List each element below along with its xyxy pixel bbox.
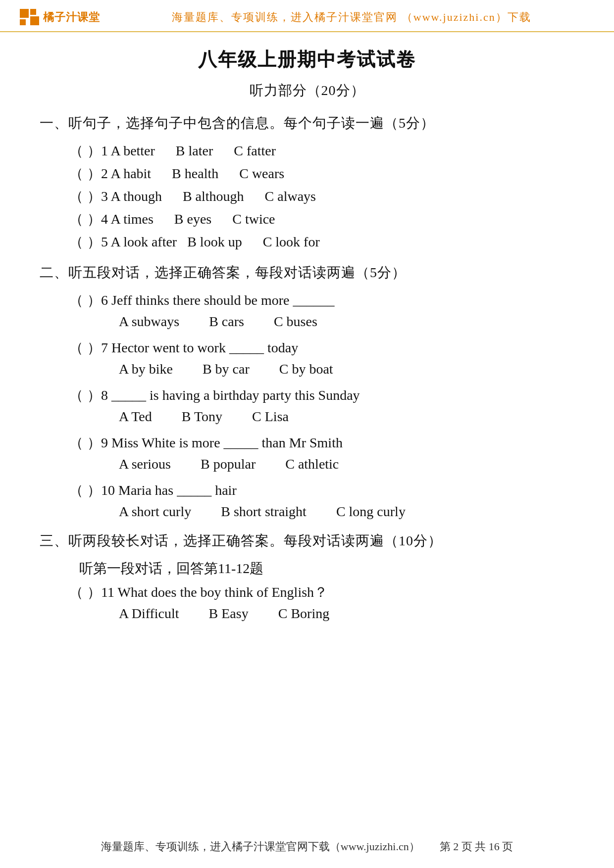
- question-block-3: （ ）3 A though B although C always: [40, 187, 574, 206]
- question-row-10: （ ）10 Maria has _____ hair: [40, 481, 574, 500]
- exam-title-suffix: 期中考试试卷: [297, 49, 416, 70]
- question-row-1: （ ）1 A better B later C fatter: [40, 142, 574, 160]
- q7-choice-a: A by bike: [119, 361, 173, 377]
- question-row-5: （ ）5 A look after B look up C look for: [40, 233, 574, 251]
- q7-text: ）7 Hector went to work _____ today: [87, 338, 574, 357]
- question-block-9: （ ）9 Miss White is more _____ than Mr Sm…: [40, 434, 574, 472]
- choices-row-7: A by bike B by car C by boat: [40, 361, 574, 377]
- paren-11: （: [69, 583, 85, 602]
- logo-area: 橘子汁课堂: [20, 9, 109, 25]
- q11-choice-c: C Boring: [278, 606, 329, 622]
- header-slogan: 海量题库、专项训练，进入橘子汁课堂官网 （www.juzizhi.cn）下载: [109, 10, 594, 25]
- page-footer: 海量题库、专项训练，进入橘子汁课堂官网下载（www.juzizhi.cn） 第 …: [0, 839, 614, 854]
- question-block-1: （ ）1 A better B later C fatter: [40, 142, 574, 160]
- question-block-8: （ ）8 _____ is having a birthday party th…: [40, 386, 574, 425]
- q7-choice-b: B by car: [203, 361, 250, 377]
- exam-title-prefix: 八年级上册: [198, 49, 297, 70]
- choices-row-9: A serious B popular C athletic: [40, 456, 574, 472]
- q2-text: ）2 A habit B health C wears: [87, 164, 574, 183]
- choices-row-11: A Difficult B Easy C Boring: [40, 606, 574, 622]
- question-row-8: （ ）8 _____ is having a birthday party th…: [40, 386, 574, 405]
- q1-text: ）1 A better B later C fatter: [87, 142, 574, 160]
- logo-square-1: [20, 9, 29, 18]
- question-block-5: （ ）5 A look after B look up C look for: [40, 233, 574, 251]
- question-row-4: （ ）4 A times B eyes C twice: [40, 210, 574, 229]
- paren-3: （: [69, 187, 85, 206]
- paren-9: （: [69, 434, 85, 452]
- q9-choice-c: C athletic: [285, 456, 339, 472]
- footer-slogan: 海量题库、专项训练，进入橘子汁课堂官网下载（www.juzizhi.cn）: [101, 839, 420, 854]
- paren-6: （: [69, 291, 85, 310]
- q4-text: ）4 A times B eyes C twice: [87, 210, 574, 229]
- q6-choice-a: A subways: [119, 314, 179, 330]
- question-row-7: （ ）7 Hector went to work _____ today: [40, 338, 574, 357]
- footer-page-info: 第 2 页 共 16 页: [440, 839, 513, 854]
- paren-7: （: [69, 338, 85, 357]
- paren-2: （: [69, 164, 85, 183]
- logo-icon: [20, 9, 39, 25]
- question-row-9: （ ）9 Miss White is more _____ than Mr Sm…: [40, 434, 574, 452]
- question-row-11: （ ）11 What does the boy think of English…: [40, 583, 574, 602]
- question-row-2: （ ）2 A habit B health C wears: [40, 164, 574, 183]
- question-block-4: （ ）4 A times B eyes C twice: [40, 210, 574, 229]
- q8-text: ）8 _____ is having a birthday party this…: [87, 386, 574, 405]
- paren-10: （: [69, 481, 85, 500]
- main-content: 八年级上册期中考试试卷 听力部分（20分） 一、听句子，选择句子中包含的信息。每…: [0, 37, 614, 650]
- logo-square-2: [20, 19, 26, 25]
- q10-choice-c: C long curly: [336, 504, 406, 520]
- question-block-7: （ ）7 Hector went to work _____ today A b…: [40, 338, 574, 377]
- part3-title: 三、听两段较长对话，选择正确答案。每段对话读两遍（10分）: [40, 531, 574, 550]
- top-header: 橘子汁课堂 海量题库、专项训练，进入橘子汁课堂官网 （www.juzizhi.c…: [0, 0, 614, 32]
- question-row-6: （ ）6 Jeff thinks there should be more __…: [40, 291, 574, 310]
- q6-choice-c: C buses: [274, 314, 317, 330]
- q8-choice-b: B Tony: [182, 409, 222, 425]
- q11-choice-a: A Difficult: [119, 606, 179, 622]
- q9-text: ）9 Miss White is more _____ than Mr Smit…: [87, 434, 574, 452]
- q6-text: ）6 Jeff thinks there should be more ____…: [87, 291, 574, 310]
- q11-choice-b: B Easy: [209, 606, 249, 622]
- part3-sub-title: 听第一段对话，回答第11-12题: [40, 559, 574, 578]
- listening-section-title: 听力部分（20分）: [40, 81, 574, 100]
- paren-8: （: [69, 386, 85, 405]
- q6-choice-b: B cars: [209, 314, 244, 330]
- q9-choice-a: A serious: [119, 456, 171, 472]
- paren-1: （: [69, 142, 85, 160]
- q3-text: ）3 A though B although C always: [87, 187, 574, 206]
- choices-row-10: A short curly B short straight C long cu…: [40, 504, 574, 520]
- page: 橘子汁课堂 海量题库、专项训练，进入橘子汁课堂官网 （www.juzizhi.c…: [0, 0, 614, 868]
- question-block-11: （ ）11 What does the boy think of English…: [40, 583, 574, 622]
- q9-choice-b: B popular: [201, 456, 256, 472]
- choices-row-8: A Ted B Tony C Lisa: [40, 409, 574, 425]
- part1-title: 一、听句子，选择句子中包含的信息。每个句子读一遍（5分）: [40, 114, 574, 133]
- q11-text: ）11 What does the boy think of English？: [87, 583, 574, 602]
- question-block-6: （ ）6 Jeff thinks there should be more __…: [40, 291, 574, 330]
- part2-title: 二、听五段对话，选择正确答案，每段对话读两遍（5分）: [40, 263, 574, 282]
- q8-choice-a: A Ted: [119, 409, 152, 425]
- q10-choice-a: A short curly: [119, 504, 191, 520]
- paren-5: （: [69, 233, 85, 251]
- q5-text: ）5 A look after B look up C look for: [87, 233, 574, 251]
- q10-choice-b: B short straight: [221, 504, 307, 520]
- logo-square-4: [30, 16, 39, 25]
- choices-row-6: A subways B cars C buses: [40, 314, 574, 330]
- exam-title: 八年级上册期中考试试卷: [40, 47, 574, 72]
- q10-text: ）10 Maria has _____ hair: [87, 481, 574, 500]
- paren-4: （: [69, 210, 85, 229]
- question-block-10: （ ）10 Maria has _____ hair A short curly…: [40, 481, 574, 520]
- logo-square-3: [30, 9, 36, 15]
- question-block-2: （ ）2 A habit B health C wears: [40, 164, 574, 183]
- question-row-3: （ ）3 A though B although C always: [40, 187, 574, 206]
- q7-choice-c: C by boat: [279, 361, 333, 377]
- q8-choice-c: C Lisa: [252, 409, 289, 425]
- logo-text: 橘子汁课堂: [43, 10, 100, 25]
